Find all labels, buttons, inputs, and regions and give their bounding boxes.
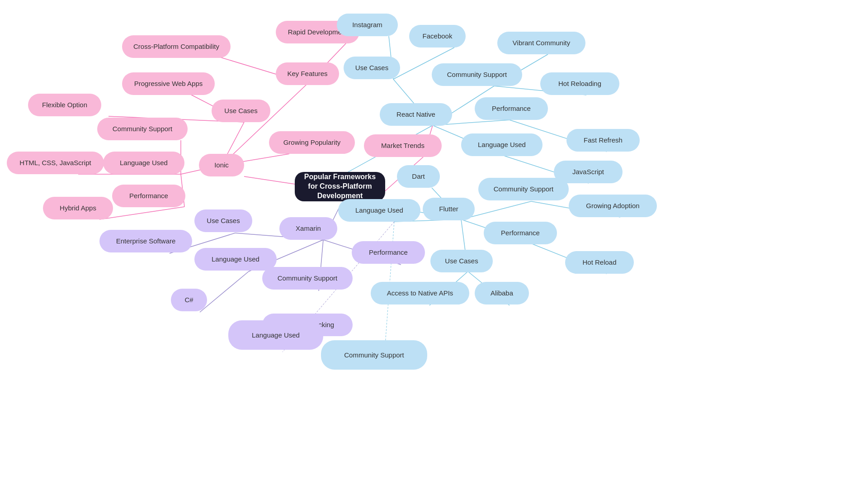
growing-adoption-node: Growing Adoption — [569, 195, 657, 217]
access-native-apis-node: Access to Native APIs — [371, 282, 469, 304]
hot-reload-node: Hot Reload — [565, 251, 634, 274]
hot-reloading-node: Hot Reloading — [540, 72, 619, 95]
progressive-web-apps-node: Progressive Web Apps — [122, 72, 215, 95]
flexible-option-node: Flexible Option — [28, 94, 101, 116]
rn-performance-node: Performance — [475, 97, 548, 120]
react-native-node: React Native — [380, 103, 452, 126]
flutter-community-node: Community Support — [478, 178, 569, 200]
xamarin-node: Xamarin — [279, 217, 337, 240]
ionic-language-used-node: Language Used — [103, 152, 184, 174]
hybrid-apps-node: Hybrid Apps — [43, 197, 113, 219]
xamarin-community-support-node: Community Support — [262, 267, 353, 290]
flutter-node: Flutter — [423, 198, 475, 220]
csharp-node: C# — [171, 289, 207, 311]
ionic-node: Ionic — [199, 154, 244, 176]
ionic-use-cases-node: Use Cases — [212, 100, 270, 122]
ionic-community-support-node: Community Support — [97, 118, 188, 140]
center-node: Popular Frameworks for Cross-Platform De… — [295, 172, 385, 201]
community-support-extra-node: Community Support — [321, 340, 427, 370]
xamarin-use-cases-node: Use Cases — [194, 209, 252, 232]
rn-language-used-node: Language Used — [461, 133, 542, 156]
ionic-performance-node: Performance — [112, 185, 185, 207]
market-trends-node: Market Trends — [364, 134, 442, 157]
rn-community-support-node: Community Support — [432, 63, 522, 86]
growing-popularity-node: Growing Popularity — [269, 131, 355, 154]
fast-refresh-node: Fast Refresh — [566, 129, 640, 152]
rn-use-cases-node: Use Cases — [344, 57, 400, 79]
svg-line-41 — [200, 271, 249, 312]
alibaba-node: Alibaba — [475, 282, 529, 304]
cross-platform-node: Cross-Platform Compatibility — [122, 35, 231, 58]
flutter-language-used-node: Language Used — [338, 199, 420, 222]
flutter-performance-node: Performance — [484, 222, 557, 244]
enterprise-software-node: Enterprise Software — [99, 230, 192, 252]
instagram-node: Instagram — [337, 14, 398, 36]
xamarin-performance-node: Performance — [352, 241, 425, 264]
html-css-js-node: HTML, CSS, JavaScript — [7, 152, 104, 174]
vibrant-community-node: Vibrant Community — [497, 32, 585, 54]
dart-node: Dart — [397, 165, 440, 188]
key-features-node: Key Features — [276, 62, 339, 85]
xamarin-language-used-node: Language Used — [194, 248, 277, 271]
facebook-node: Facebook — [409, 25, 466, 48]
language-used-extra-node: Language Used — [228, 320, 323, 350]
flutter-use-cases-node: Use Cases — [430, 250, 493, 272]
